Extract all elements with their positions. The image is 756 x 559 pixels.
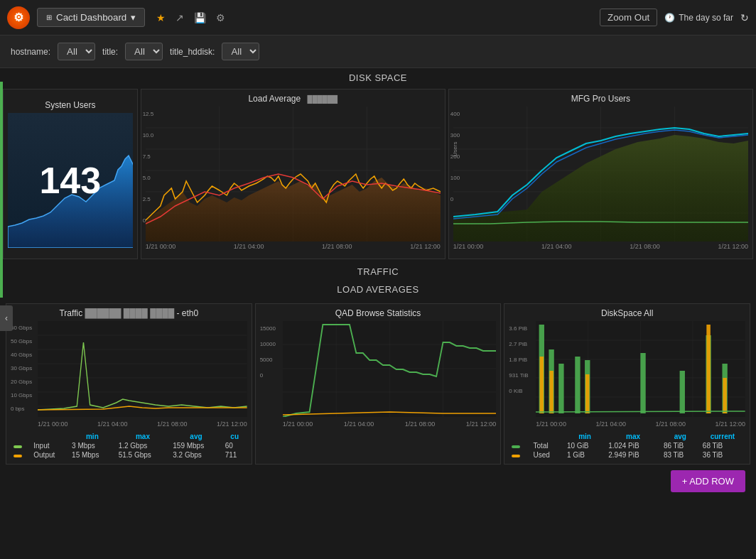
qad-browse-panel: QAD Browse Statistics 150001000050000 [255, 303, 502, 465]
title-select[interactable]: All [125, 43, 163, 60]
diskspace-used-row: Used 1 GiB 2.949 PiB 83 TiB 36 TiB [509, 450, 745, 460]
traffic-title: Traffic ██████ ████ ████ - eth0 [11, 308, 247, 318]
diskspace-all-panel: DiskSpace All 3.6 PiB2.7 PiB1.8 PiB931 T… [504, 303, 750, 465]
day-so-far-label: The day so far [679, 13, 733, 23]
total-legend-color [512, 445, 520, 448]
svg-rect-47 [680, 371, 685, 413]
svg-rect-43 [559, 364, 564, 413]
svg-rect-53 [707, 325, 711, 413]
title-hddisk-label: title_hddisk: [170, 47, 215, 57]
load-average-title: Load Average ██████ [146, 94, 441, 104]
system-users-title: Systen Users [45, 100, 95, 110]
mfg-pro-users-panel: MFG Pro Users [448, 89, 753, 259]
traffic-output-row: Output 15 Mbps 51.5 Gbps 3.2 Gbps 711 [11, 450, 247, 460]
title-label: title: [102, 47, 118, 57]
load-average-x-axis: 1/21 00:00 1/21 04:00 1/21 08:00 1/21 12… [146, 241, 441, 251]
system-users-count: 143 [39, 159, 101, 202]
users-y-label: Users [451, 142, 458, 157]
diskspace-chart-area: 3.6 PiB2.7 PiB1.8 PiB931 TiB0 KiB [509, 321, 745, 419]
ds-avg-header: avg [661, 432, 700, 441]
qad-browse-chart-area: 150001000050000 [260, 321, 497, 419]
svg-rect-46 [641, 353, 646, 413]
favorite-icon[interactable]: ★ [156, 12, 166, 23]
svg-rect-54 [723, 378, 728, 413]
hostname-label: hostname: [11, 47, 50, 57]
bottom-charts: Traffic ██████ ████ ████ - eth0 60 Gbps5… [0, 298, 756, 503]
hostname-select[interactable]: All [58, 43, 95, 60]
used-label: Used [531, 450, 564, 460]
load-average-host: ██████ [308, 95, 338, 103]
disk-space-charts: Systen Users 143 Load Average ██████ [0, 86, 756, 262]
input-legend-color [14, 445, 22, 448]
diskspace-legend: min max avg current Total 10 GiB 1.024 P… [509, 432, 745, 460]
settings-icon[interactable]: ⚙ [216, 12, 225, 23]
header-icons: ★ ↗ 💾 ⚙ [156, 12, 225, 23]
traffic-min-header: min [69, 432, 116, 441]
clock-icon: 🕐 [664, 13, 675, 23]
disk-space-header: DISK SPACE [0, 68, 756, 86]
dashboard-title-button[interactable]: ⊞ Cacti Dashboard ▾ [37, 8, 145, 27]
traffic-panel: Traffic ██████ ████ ████ - eth0 60 Gbps5… [6, 303, 252, 465]
svg-rect-44 [576, 357, 580, 413]
system-users-chart: 143 [8, 113, 133, 248]
svg-rect-52 [585, 374, 590, 413]
ds-min-header: min [564, 432, 605, 441]
output-legend-color [14, 455, 22, 457]
refresh-icon[interactable]: ↻ [740, 12, 749, 23]
mfg-pro-users-x-axis: 1/21 00:00 1/21 04:00 1/21 08:00 1/21 12… [453, 241, 748, 251]
share-icon[interactable]: ↗ [176, 12, 184, 23]
traffic-chart-area: 60 Gbps50 Gbps40 Gbps30 Gbps20 Gbps10 Gb… [11, 321, 247, 419]
traffic-max-header: max [116, 432, 171, 441]
diskspace-all-title: DiskSpace All [509, 308, 745, 318]
app-logo: ⚙ [7, 6, 30, 29]
svg-rect-50 [540, 357, 544, 413]
ds-max-header: max [605, 432, 661, 441]
diskspace-x-axis: 1/21 00:00 1/21 04:00 1/21 08:00 1/21 12… [536, 419, 745, 429]
load-average-y-axis: 12.510.07.55.02.50 [143, 104, 154, 232]
mfg-pro-users-title: MFG Pro Users [453, 94, 748, 104]
traffic-input-row: Input 3 Mbps 1.2 Gbps 159 Mbps 60 [11, 441, 247, 450]
dropdown-arrow-icon: ▾ [131, 12, 136, 23]
bottom-charts-row: Traffic ██████ ████ ████ - eth0 60 Gbps5… [3, 300, 753, 467]
used-legend-color [512, 455, 520, 457]
filter-bar: hostname: All title: All title_hddisk: A… [0, 36, 756, 68]
zoom-out-button[interactable]: Zoom Out [600, 9, 657, 26]
diskspace-total-row: Total 10 GiB 1.024 PiB 86 TiB 68 TiB [509, 441, 745, 450]
dashboard-title: Cacti Dashboard [56, 12, 126, 23]
sidebar-toggle[interactable]: ‹ [0, 305, 13, 331]
qad-browse-x-axis: 1/21 00:00 1/21 04:00 1/21 08:00 1/21 12… [283, 419, 497, 429]
svg-rect-51 [550, 371, 554, 413]
system-users-panel: Systen Users 143 [3, 89, 138, 259]
add-row-button[interactable]: + ADD ROW [671, 470, 745, 492]
traffic-x-axis: 1/21 00:00 1/21 04:00 1/21 08:00 1/21 12… [38, 419, 247, 429]
traffic-cur-header: cu [222, 432, 247, 441]
header: ⚙ ⊞ Cacti Dashboard ▾ ★ ↗ 💾 ⚙ Zoom Out 🕐… [0, 0, 756, 36]
title-hddisk-select[interactable]: All [222, 43, 259, 60]
header-right: Zoom Out 🕐 The day so far ↻ [600, 9, 749, 26]
traffic-legend: min max avg cu Input 3 Mbps 1.2 Gbps 159… [11, 432, 247, 460]
ds-cur-header: current [700, 432, 745, 441]
traffic-avg-header: avg [170, 432, 222, 441]
load-average-panel: Load Average ██████ [141, 89, 446, 259]
grid-icon: ⊞ [46, 13, 52, 21]
day-so-far: 🕐 The day so far [664, 13, 733, 23]
qad-browse-title: QAD Browse Statistics [260, 308, 497, 318]
save-icon[interactable]: 💾 [194, 12, 206, 23]
mfg-pro-users-chart [453, 107, 748, 241]
traffic-header: TRAFFIC [0, 262, 756, 280]
load-averages-header: LOAD AVERAGES [0, 280, 756, 298]
mfg-users-y-axis: 4003002001000 [450, 104, 460, 210]
load-average-chart [146, 107, 441, 241]
